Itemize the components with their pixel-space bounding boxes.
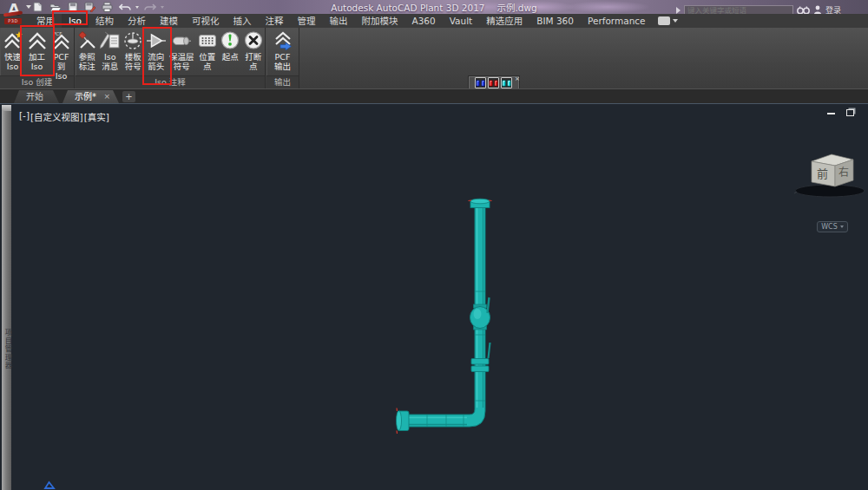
tab-visualize[interactable]: 可视化 [185,14,227,28]
tab-analysis[interactable]: 分析 [121,14,153,28]
tab-iso[interactable]: Iso [62,14,89,28]
ribbon: 快速 Iso 加工 Iso PCF PCF 到 Iso Iso 创建 [0,28,868,88]
red-tool-icon [489,80,493,87]
project-manager-palette[interactable]: 项目管理器 [2,105,11,490]
pipe-flange-pair[interactable] [471,359,489,365]
tab-addins[interactable]: 附加模块 [355,14,405,28]
wcs-dropdown-icon [840,225,844,228]
viewcube[interactable]: 前 右 [793,149,866,205]
viewport-minimize-button[interactable] [827,113,835,114]
viewcube-front-label: 前 [817,167,828,180]
insulation-symbol-button[interactable]: 保温层 符号 [168,29,195,71]
blue-tool-button[interactable] [475,77,486,88]
tab-a360[interactable]: A360 [405,14,443,28]
panel-title-export: 输出 [266,75,299,88]
viewcube-right-label: 右 [838,166,849,179]
save-as-icon[interactable] [83,2,96,13]
undo-dropdown-icon[interactable] [135,6,139,9]
tab-featured-apps[interactable]: 精选应用 [479,14,529,28]
quick-iso-button[interactable]: 快速 Iso [1,29,24,71]
cyan-tool-icon [502,80,506,87]
tab-manage[interactable]: 管理 [291,14,323,28]
tab-output[interactable]: 输出 [323,14,355,28]
redo-icon[interactable] [143,2,156,13]
start-point-icon [220,29,240,50]
pcf-export-icon [273,29,293,50]
ribbon-display-toggle[interactable] [658,16,678,25]
logo-product-tag: P3D [4,18,22,24]
viewport-restore-button[interactable] [846,109,854,116]
undo-icon[interactable] [118,2,131,13]
ribbon-toggle-dropdown-icon [673,19,678,23]
reference-annotation-button[interactable]: 参照 标注 [76,29,99,71]
iso-message-icon [100,29,121,50]
location-point-icon [197,29,218,50]
break-point-button[interactable]: 打断 点 [242,29,266,71]
ribbon-toggle-icon [658,16,670,25]
pcf-to-iso-button[interactable]: PCF PCF 到 Iso [49,29,73,81]
appmenu-dropdown-icon [26,5,31,9]
tab-home[interactable]: 常用 [30,14,62,28]
production-iso-button[interactable]: 加工 Iso [25,29,49,71]
production-iso-icon [27,29,48,50]
pcf-to-iso-icon: PCF [51,29,72,50]
cyan-tool-button[interactable] [501,77,512,88]
tab-annotate[interactable]: 注释 [259,14,291,28]
autocad-window: Autodesk AutoCAD Plant 3D 2017示例.dwg [0,0,868,490]
insulation-symbol-icon [171,29,192,50]
cyan-tool-icon2 [507,80,511,87]
quick-access-toolbar [31,1,164,13]
viewport-menu-control[interactable]: [-] [19,110,30,123]
blue-tool-icon2 [481,80,485,87]
open-file-icon[interactable] [49,2,62,13]
panel-title-iso-annotate: Iso 注释 [76,75,265,88]
document-title: 示例.dwg [497,3,537,13]
panel-iso-create: 快速 Iso 加工 Iso PCF PCF 到 Iso Iso 创建 [0,28,75,88]
ucs-icon [43,480,57,490]
flow-arrow-icon [146,29,167,50]
new-drawing-tab-button[interactable]: + [122,91,135,102]
tab-vault[interactable]: Vault [443,14,480,28]
viewport-controls: [-] [自定义视图] [真实] [19,110,109,123]
pipe-model[interactable] [391,196,503,439]
tab-close-icon[interactable]: × [103,90,110,103]
file-tab-example[interactable]: 示例*× [62,90,119,103]
save-icon[interactable] [66,2,79,13]
ribbon-tab-bar: 常用 Iso 结构 分析 建模 可视化 插入 注释 管理 输出 附加模块 A36… [0,14,868,28]
project-manager-label: 项目管理器 [3,329,13,370]
drawing-area[interactable]: 项目管理器 [-] [自定义视图] [真实] 前 右 WCS [0,103,868,490]
blue-tool-icon [476,80,480,87]
panel-iso-annotate: 参照 标注 Iso 消息 楼板 符号 [76,28,266,88]
quick-iso-icon [3,29,23,50]
floor-symbol-icon [122,29,143,50]
file-tab-start[interactable]: 开始 [14,90,59,103]
tab-insert[interactable]: 插入 [227,14,259,28]
break-point-icon [243,29,264,50]
tab-structure[interactable]: 结构 [89,14,121,28]
file-tab-bar: 开始 示例*× + [0,88,868,103]
iso-message-button[interactable]: Iso 消息 [99,29,122,71]
tab-performance[interactable]: Performance [581,14,653,28]
reference-annotation-icon [76,29,97,50]
valve-stem [488,297,490,313]
wcs-button[interactable]: WCS [817,221,848,232]
tab-modeling[interactable]: 建模 [153,14,185,28]
flow-arrow-button[interactable]: 流向 箭头 [145,29,168,71]
view-control[interactable]: [自定义视图] [30,110,83,123]
toolbar-close-icon[interactable]: × [515,76,520,82]
palette-grip[interactable] [2,105,11,111]
new-file-icon[interactable] [31,2,44,13]
floor-symbol-button[interactable]: 楼板 符号 [122,29,145,71]
title-bar: Autodesk AutoCAD Plant 3D 2017示例.dwg [0,0,868,14]
search-expand-icon[interactable] [676,7,681,14]
red-tool-button[interactable] [488,77,499,88]
location-point-button[interactable]: 位置 点 [195,29,219,71]
red-tool-icon2 [494,80,498,87]
visual-style-control[interactable]: [真实] [84,110,109,123]
print-icon[interactable] [101,2,114,13]
application-menu-button[interactable]: A P3D [2,0,28,26]
start-point-button[interactable]: 起点 [219,29,242,62]
tab-bim360[interactable]: BIM 360 [529,14,581,28]
pcf-export-button[interactable]: PCF 输出 [271,29,294,71]
redo-dropdown-icon[interactable] [161,6,164,9]
